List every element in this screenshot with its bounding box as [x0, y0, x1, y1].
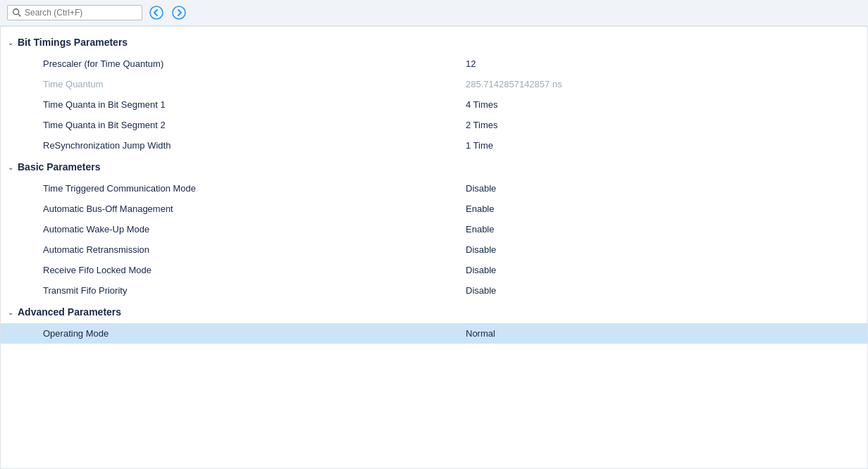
param-value-ttcm: Disable [466, 183, 860, 194]
section-title-basic: Basic Parameters [18, 161, 101, 173]
param-value-txfp: Disable [466, 285, 860, 296]
param-name-seg1: Time Quanta in Bit Segment 1 [43, 99, 466, 110]
param-value-nart: Disable [466, 244, 860, 255]
param-row-nart[interactable]: Automatic Retransmission Disable [1, 239, 867, 260]
param-name-txfp: Transmit Fifo Priority [43, 285, 466, 296]
param-value-abom: Enable [466, 204, 860, 214]
section-advanced-parameters: ⌄ Advanced Parameters Operating Mode Nor… [1, 301, 867, 344]
nav-next-button[interactable] [170, 4, 187, 21]
param-value-seg1: 4 Times [466, 99, 860, 110]
param-row-seg2[interactable]: Time Quanta in Bit Segment 2 2 Times [1, 115, 867, 135]
param-value-prescaler: 12 [466, 58, 860, 69]
section-header-advanced[interactable]: ⌄ Advanced Parameters [1, 301, 867, 323]
param-name-time-quantum: Time Quantum [43, 79, 466, 89]
param-name-ttcm: Time Triggered Communication Mode [43, 183, 466, 194]
section-bit-timings: ⌄ Bit Timings Parameters Prescaler (for … [1, 27, 867, 156]
param-value-rflm: Disable [466, 265, 860, 275]
param-value-seg2: 2 Times [466, 120, 860, 130]
param-value-awum: Enable [466, 224, 860, 234]
svg-line-1 [18, 14, 20, 16]
param-name-abom: Automatic Bus-Off Management [43, 204, 466, 214]
param-row-operating-mode[interactable]: Operating Mode Normal [1, 323, 867, 344]
param-name-prescaler: Prescaler (for Time Quantum) [43, 58, 466, 69]
param-row-prescaler[interactable]: Prescaler (for Time Quantum) 12 [1, 54, 867, 74]
content-area: ⌄ Bit Timings Parameters Prescaler (for … [0, 26, 868, 469]
param-row-awum[interactable]: Automatic Wake-Up Mode Enable [1, 219, 867, 239]
param-row-abom[interactable]: Automatic Bus-Off Management Enable [1, 199, 867, 219]
param-row-resync[interactable]: ReSynchronization Jump Width 1 Time [1, 135, 867, 156]
toolbar [0, 0, 868, 26]
param-value-operating-mode: Normal [466, 328, 860, 339]
param-row-seg1[interactable]: Time Quanta in Bit Segment 1 4 Times [1, 94, 867, 115]
svg-point-0 [13, 9, 19, 15]
param-name-nart: Automatic Retransmission [43, 244, 466, 255]
search-container [7, 5, 142, 20]
svg-point-2 [150, 6, 163, 19]
chevron-down-icon-advanced: ⌄ [8, 308, 13, 316]
section-header-bit-timings[interactable]: ⌄ Bit Timings Parameters [1, 27, 867, 54]
param-row-rflm[interactable]: Receive Fifo Locked Mode Disable [1, 260, 867, 280]
param-name-seg2: Time Quanta in Bit Segment 2 [43, 120, 466, 130]
param-name-resync: ReSynchronization Jump Width [43, 140, 466, 151]
param-value-time-quantum: 285.7142857142857 ns [466, 79, 860, 89]
param-value-resync: 1 Time [466, 140, 860, 151]
section-header-basic[interactable]: ⌄ Basic Parameters [1, 156, 867, 178]
chevron-down-icon-basic: ⌄ [8, 163, 13, 171]
param-row-ttcm[interactable]: Time Triggered Communication Mode Disabl… [1, 178, 867, 199]
param-name-awum: Automatic Wake-Up Mode [43, 224, 466, 234]
chevron-down-icon: ⌄ [8, 39, 13, 46]
param-name-rflm: Receive Fifo Locked Mode [43, 265, 466, 275]
section-basic-parameters: ⌄ Basic Parameters Time Triggered Commun… [1, 156, 867, 301]
param-name-operating-mode: Operating Mode [43, 328, 466, 339]
main-container: ⌄ Bit Timings Parameters Prescaler (for … [0, 0, 868, 469]
param-row-time-quantum[interactable]: Time Quantum 285.7142857142857 ns [1, 74, 867, 94]
chevron-right-icon [172, 6, 186, 20]
section-title-bit-timings: Bit Timings Parameters [18, 37, 128, 48]
svg-point-3 [173, 6, 185, 19]
chevron-left-icon [149, 6, 163, 20]
nav-prev-button[interactable] [148, 4, 165, 21]
search-input[interactable] [25, 8, 137, 18]
param-row-txfp[interactable]: Transmit Fifo Priority Disable [1, 280, 867, 301]
search-icon [12, 8, 22, 18]
section-title-advanced: Advanced Parameters [18, 306, 121, 318]
